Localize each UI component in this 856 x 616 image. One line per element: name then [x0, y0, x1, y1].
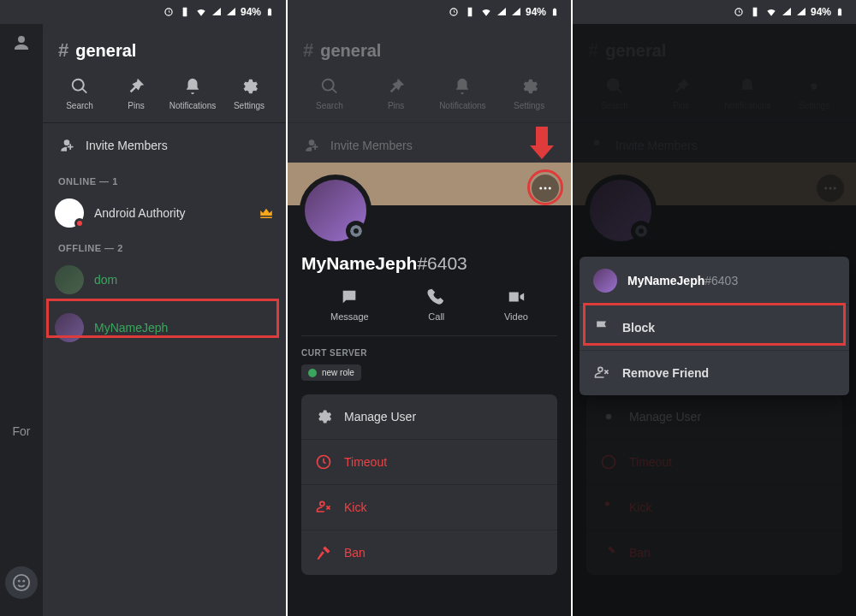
svg-point-5 — [549, 187, 551, 190]
hammer-icon — [315, 544, 332, 561]
role-name: new role — [322, 368, 354, 377]
toolbar-label: Settings — [234, 101, 265, 110]
invite-members-button[interactable]: Invite Members — [43, 123, 286, 168]
vibrate-icon — [749, 6, 761, 18]
context-menu-username: MyNameJeph#6403 — [627, 274, 738, 287]
kick-icon — [315, 499, 332, 516]
user-profile-sheet: MyNameJeph#6403 Message Call Video CURT … — [288, 163, 571, 616]
role-dot-icon — [308, 369, 317, 377]
video-button[interactable]: Video — [504, 287, 528, 322]
offline-heading: OFFLINE — 2 — [43, 234, 286, 258]
gear-icon — [240, 77, 259, 96]
manage-user-button[interactable]: Manage User — [301, 394, 557, 439]
mgmt-label: Kick — [344, 500, 366, 514]
server-section-label: CURT SERVER — [301, 348, 557, 358]
wifi-icon — [480, 6, 492, 18]
role-chip[interactable]: new role — [301, 364, 361, 381]
left-rail: For — [0, 24, 43, 616]
battery-icon — [550, 6, 559, 18]
svg-point-1 — [18, 580, 21, 583]
remove-friend-icon — [593, 364, 610, 382]
action-label: Message — [330, 311, 369, 322]
more-options-button[interactable] — [532, 175, 559, 202]
emoji-button[interactable] — [5, 566, 38, 599]
channel-toolbar: Search Pins Notifications Settings — [43, 72, 286, 123]
context-menu: MyNameJeph#6403 Block Remove Friend — [580, 257, 849, 395]
search-icon — [70, 77, 89, 96]
vibrate-icon — [179, 6, 191, 18]
toolbar-label: Pins — [128, 101, 144, 110]
member-name: dom — [94, 273, 117, 287]
call-button[interactable]: Call — [427, 287, 446, 322]
member-row-highlighted[interactable]: MyNameJeph — [43, 301, 286, 354]
popup-label: Remove Friend — [622, 366, 709, 380]
battery-pct: 94% — [811, 6, 831, 18]
status-offline-icon — [346, 221, 366, 241]
svg-point-4 — [544, 187, 547, 190]
message-button[interactable]: Message — [330, 287, 369, 322]
avatar — [55, 313, 84, 342]
member-name: MyNameJeph — [94, 321, 168, 335]
action-label: Video — [504, 311, 528, 322]
red-arrow-annotation — [530, 127, 554, 159]
signal-icon — [496, 7, 507, 17]
svg-point-3 — [539, 187, 542, 190]
crown-icon — [259, 205, 274, 221]
timeout-button[interactable]: Timeout — [301, 439, 557, 484]
profile-username: MyNameJeph#6403 — [301, 253, 557, 274]
signal-icon — [226, 7, 236, 17]
gear-icon — [315, 408, 332, 425]
svg-point-0 — [14, 575, 29, 590]
search-button[interactable]: Search — [51, 77, 108, 110]
pins-button[interactable]: Pins — [108, 77, 164, 110]
wifi-icon — [765, 6, 777, 18]
notifications-button[interactable]: Notifications — [164, 77, 221, 110]
channel-name: general — [75, 41, 136, 61]
channel-panel: # general Search Pins Notifications Sett… — [43, 24, 286, 616]
member-row[interactable]: dom — [43, 258, 286, 301]
signal-icon — [796, 7, 806, 17]
block-button[interactable]: Block — [580, 305, 849, 350]
battery-icon — [265, 6, 274, 18]
alarm-icon — [733, 6, 745, 18]
action-label: Call — [428, 311, 444, 322]
ellipsis-icon — [538, 181, 553, 196]
popup-label: Block — [622, 321, 655, 335]
alarm-icon — [448, 6, 460, 18]
member-row[interactable]: Android Authority — [43, 192, 286, 234]
battery-icon — [835, 6, 844, 18]
signal-icon — [511, 7, 521, 17]
panel-context-menu: 94% #general Search Pins Notifications S… — [571, 0, 856, 616]
ban-button[interactable]: Ban — [301, 530, 557, 575]
status-bar: 94% — [0, 0, 286, 24]
avatar — [55, 198, 84, 228]
profile-avatar[interactable] — [300, 175, 372, 246]
alarm-icon — [163, 6, 175, 18]
remove-friend-button[interactable]: Remove Friend — [580, 350, 849, 395]
invite-icon — [58, 137, 75, 154]
mgmt-label: Manage User — [344, 410, 416, 424]
status-bar: 94% — [573, 0, 856, 24]
mgmt-label: Timeout — [344, 455, 387, 469]
panel-profile-sheet: 94% #general Search Pins Notifications S… — [286, 0, 571, 616]
bell-icon — [183, 77, 202, 96]
status-bar: 94% — [288, 0, 571, 24]
member-name: Android Authority — [94, 206, 186, 220]
avatar — [55, 265, 84, 294]
wifi-icon — [195, 6, 207, 18]
toolbar-label: Search — [66, 101, 93, 110]
phone-icon — [427, 287, 446, 306]
clock-icon — [315, 453, 332, 471]
members-icon[interactable] — [11, 33, 32, 53]
signal-icon — [782, 7, 792, 17]
for-text: For — [13, 424, 31, 438]
avatar — [593, 269, 617, 293]
profile-action-row: Message Call Video — [301, 287, 557, 336]
invite-label: Invite Members — [86, 139, 168, 152]
kick-button[interactable]: Kick — [301, 484, 557, 530]
context-menu-header: MyNameJeph#6403 — [580, 257, 849, 305]
settings-button[interactable]: Settings — [221, 77, 277, 110]
management-section: Manage User Timeout Kick Ban — [301, 394, 557, 575]
toolbar-label: Notifications — [169, 101, 216, 110]
flag-icon — [593, 319, 610, 336]
